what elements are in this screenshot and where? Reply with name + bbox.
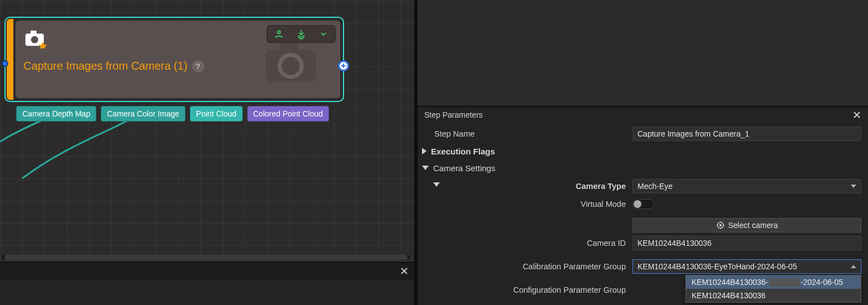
chevron-up-icon <box>851 265 856 268</box>
node-capture-images[interactable]: Capture Images from Camera (1) ? <box>4 17 344 102</box>
camera-star-icon <box>23 26 48 51</box>
camera-settings-label: Camera Settings <box>433 163 496 173</box>
camera-watermark-icon <box>261 37 322 89</box>
graph-canvas-pane: Capture Images from Camera (1) ? <box>0 0 414 305</box>
download-icon[interactable] <box>316 28 331 40</box>
svg-point-7 <box>278 31 281 33</box>
redacted-text <box>769 279 800 287</box>
node-body: Capture Images from Camera (1) ? <box>16 21 340 98</box>
chevron-down-icon <box>422 166 429 170</box>
add-output-port[interactable] <box>338 60 349 71</box>
dropdown-option[interactable]: KEM10244B4130036--2024-06-05 <box>686 275 861 289</box>
step-name-input[interactable] <box>632 127 861 141</box>
output-chip-point-cloud[interactable]: Point Cloud <box>190 106 242 122</box>
camera-id-label: Camera ID <box>420 239 632 248</box>
calibration-group-select[interactable]: KEM10244B4130036-EyeToHand-2024-06-05 <box>632 259 861 274</box>
output-chip-colored-point-cloud[interactable]: Colored Point Cloud <box>247 106 329 122</box>
graph-canvas[interactable]: Capture Images from Camera (1) ? <box>0 0 414 262</box>
select-camera-button[interactable]: Select camera <box>632 218 861 233</box>
svg-point-2 <box>31 36 38 43</box>
section-execution-flags[interactable]: Execution Flags <box>420 143 864 159</box>
canvas-horizontal-scrollbar[interactable] <box>2 255 410 260</box>
select-camera-label: Select camera <box>728 221 778 230</box>
chevron-down-icon <box>851 185 856 188</box>
camera-type-value: Mech-Eye <box>637 182 673 191</box>
camera-type-select[interactable]: Mech-Eye <box>632 179 861 193</box>
svg-point-9 <box>719 225 721 226</box>
help-icon[interactable]: ? <box>192 60 204 72</box>
output-chip-color-image[interactable]: Camera Color Image <box>101 106 185 122</box>
calibration-group-dropdown: KEM10244B4130036--2024-06-05 KEM10244B41… <box>685 275 861 303</box>
node-accent-bar <box>7 19 13 100</box>
config-group-label: Configuration Parameter Group <box>420 285 632 294</box>
virtual-mode-toggle[interactable] <box>632 199 655 209</box>
preview-icon[interactable] <box>272 28 286 40</box>
calibration-group-value: KEM10244B4130036-EyeToHand-2024-06-05 <box>637 262 797 271</box>
panel-title: Step Parameters <box>424 110 483 119</box>
panel-body: Step Name Execution Flags Camera Setting… <box>418 123 868 305</box>
execution-flags-label: Execution Flags <box>431 147 495 156</box>
close-icon[interactable] <box>400 267 409 275</box>
svg-rect-5 <box>281 42 298 52</box>
panel-header: Step Parameters <box>418 107 868 123</box>
chevron-right-icon <box>422 148 426 154</box>
section-camera-settings[interactable]: Camera Settings <box>420 159 864 176</box>
lower-panel-header <box>0 262 414 280</box>
camera-type-label: Camera Type <box>420 182 632 191</box>
download-stack-icon[interactable] <box>294 28 308 40</box>
svg-rect-1 <box>31 30 37 34</box>
target-icon <box>716 221 725 230</box>
close-icon[interactable] <box>852 110 861 119</box>
preview-area <box>418 0 868 107</box>
dropdown-option[interactable]: KEM10244B4130036 <box>686 289 861 302</box>
virtual-mode-label: Virtual Mode <box>420 200 632 209</box>
camera-id-input[interactable] <box>632 236 861 250</box>
lower-panel <box>0 280 414 305</box>
node-toolbar <box>267 25 336 43</box>
step-name-label: Step Name <box>420 129 632 138</box>
calibration-group-label: Calibration Parameter Group <box>420 262 632 271</box>
properties-pane: Step Parameters Step Name Execution Flag… <box>418 0 868 305</box>
node-title: Capture Images from Camera (1) <box>23 60 188 72</box>
node-output-chips: Camera Depth Map Camera Color Image Poin… <box>16 106 329 122</box>
input-port[interactable] <box>2 60 8 67</box>
output-chip-depth-map[interactable]: Camera Depth Map <box>16 106 96 122</box>
